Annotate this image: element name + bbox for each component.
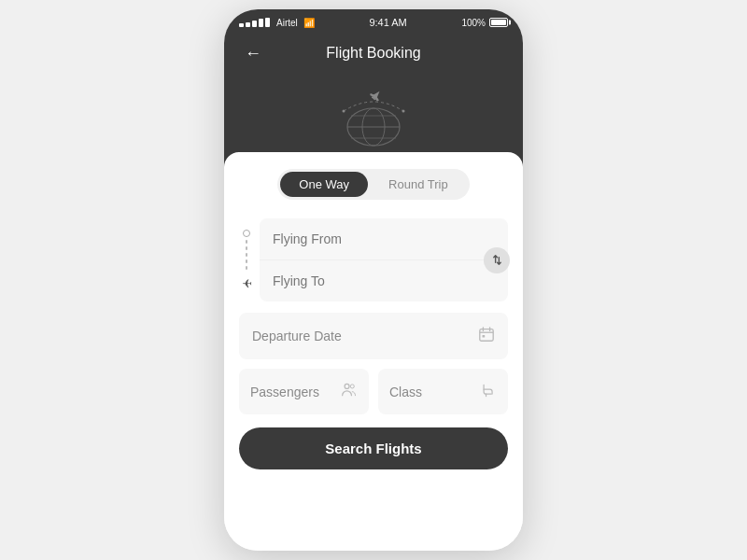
route-dashes: [246, 240, 247, 273]
one-way-button[interactable]: One Way: [280, 172, 368, 197]
swap-button[interactable]: [484, 247, 510, 273]
svg-point-6: [402, 110, 405, 113]
route-icons: ✈: [239, 218, 260, 301]
passengers-icon: [341, 382, 358, 401]
signal-bars: [239, 18, 270, 27]
trip-type-toggle: One Way Round Trip: [239, 169, 508, 200]
svg-rect-7: [480, 329, 493, 342]
plane-illustration: [239, 71, 508, 155]
status-right: 100%: [461, 18, 508, 28]
dash: [246, 246, 247, 250]
svg-point-12: [345, 384, 349, 388]
booking-card: One Way Round Trip ✈: [224, 152, 523, 551]
calendar-icon: [478, 326, 495, 346]
svg-point-5: [343, 110, 345, 113]
back-button[interactable]: ←: [239, 42, 267, 65]
status-bar: Airtel 📶 9:41 AM 100%: [224, 9, 523, 35]
dash: [246, 253, 247, 257]
dash: [246, 266, 247, 270]
status-left: Airtel 📶: [239, 18, 315, 28]
phone-frame: Airtel 📶 9:41 AM 100% ← Flight Booking: [224, 9, 523, 551]
class-cell[interactable]: Class: [378, 369, 508, 414]
departure-date-row[interactable]: Departure Date: [239, 313, 508, 359]
route-section: ✈: [239, 218, 508, 301]
battery-percent: 100%: [461, 18, 486, 28]
passengers-cell[interactable]: Passengers: [239, 369, 369, 414]
route-inputs: [260, 218, 508, 301]
destination-plane-icon: ✈: [242, 276, 252, 290]
dash: [246, 240, 247, 244]
flying-to-input[interactable]: [260, 260, 508, 301]
departure-date-label: Departure Date: [252, 329, 342, 343]
toggle-pill: One Way Round Trip: [277, 169, 469, 200]
page-title: Flight Booking: [326, 45, 420, 62]
origin-dot: [243, 230, 250, 237]
header: ← Flight Booking: [224, 35, 523, 171]
battery-icon: [489, 18, 508, 27]
wifi-icon: 📶: [303, 18, 315, 28]
svg-point-13: [350, 385, 354, 388]
swap-icon: [491, 254, 503, 266]
flying-from-input[interactable]: [260, 218, 508, 260]
carrier-label: Airtel: [276, 18, 298, 28]
header-top: ← Flight Booking: [239, 45, 508, 62]
seat-icon: [480, 382, 497, 401]
search-button[interactable]: Search Flights: [239, 427, 508, 469]
class-label: Class: [389, 385, 422, 399]
plane-svg: [317, 76, 430, 150]
passengers-label: Passengers: [250, 385, 319, 399]
svg-rect-11: [483, 335, 486, 338]
status-time: 9:41 AM: [369, 17, 406, 28]
passengers-class-row: Passengers Class: [239, 369, 508, 414]
round-trip-button[interactable]: Round Trip: [370, 172, 467, 197]
dash: [246, 259, 247, 263]
battery-fill: [491, 20, 506, 25]
